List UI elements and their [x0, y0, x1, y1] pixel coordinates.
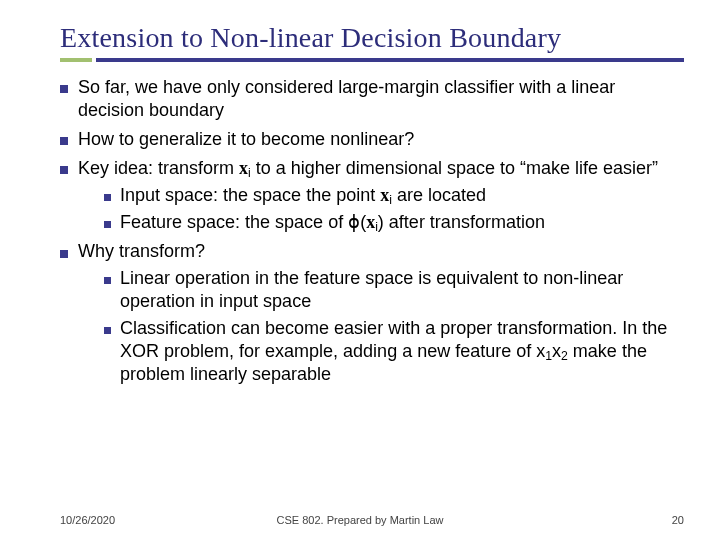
bullet-3-1-a: Input space: the space the point: [120, 185, 380, 205]
bullet-2: How to generalize it to become nonlinear…: [60, 128, 684, 151]
bullet-4-1-text: Linear operation in the feature space is…: [120, 268, 623, 311]
title-underline: [60, 58, 684, 62]
bullet-4: Why transform? Linear operation in the f…: [60, 240, 684, 386]
bullet-3: Key idea: transform xi to a higher dimen…: [60, 157, 684, 234]
bullet-list: So far, we have only considered large-ma…: [60, 76, 684, 386]
bullet-4-2: Classification can become easier with a …: [104, 317, 684, 386]
bullet-4-2-mid: x: [552, 341, 561, 361]
bullet-3-sublist: Input space: the space the point xi are …: [104, 184, 684, 234]
bullet-4-2-s2: 2: [561, 349, 568, 363]
bullet-3-b: to a higher dimensional space to “make l…: [251, 158, 658, 178]
bullet-3-2-a: Feature space: the space of ϕ(: [120, 212, 366, 232]
bullet-3-1-var: x: [380, 185, 389, 205]
slide-title: Extension to Non-linear Decision Boundar…: [60, 22, 684, 54]
bullet-3-2: Feature space: the space of ϕ(xi) after …: [104, 211, 684, 234]
bullet-3-1: Input space: the space the point xi are …: [104, 184, 684, 207]
body-text: So far, we have only considered large-ma…: [60, 76, 684, 386]
bullet-3-var: x: [239, 158, 248, 178]
accent-long: [96, 58, 684, 62]
bullet-2-text: How to generalize it to become nonlinear…: [78, 129, 414, 149]
footer-date: 10/26/2020: [60, 514, 115, 526]
accent-short: [60, 58, 92, 62]
bullet-4-1: Linear operation in the feature space is…: [104, 267, 684, 313]
footer: 10/26/2020 CSE 802. Prepared by Martin L…: [0, 514, 720, 526]
bullet-3-2-b: ) after transformation: [378, 212, 545, 232]
bullet-1: So far, we have only considered large-ma…: [60, 76, 684, 122]
title-block: Extension to Non-linear Decision Boundar…: [60, 22, 684, 62]
slide: Extension to Non-linear Decision Boundar…: [0, 0, 720, 540]
bullet-4-sublist: Linear operation in the feature space is…: [104, 267, 684, 386]
footer-page: 20: [672, 514, 684, 526]
bullet-4-text: Why transform?: [78, 241, 205, 261]
bullet-3-2-var: x: [366, 212, 375, 232]
bullet-1-text: So far, we have only considered large-ma…: [78, 77, 615, 120]
bullet-3-a: Key idea: transform: [78, 158, 239, 178]
bullet-3-1-b: are located: [392, 185, 486, 205]
